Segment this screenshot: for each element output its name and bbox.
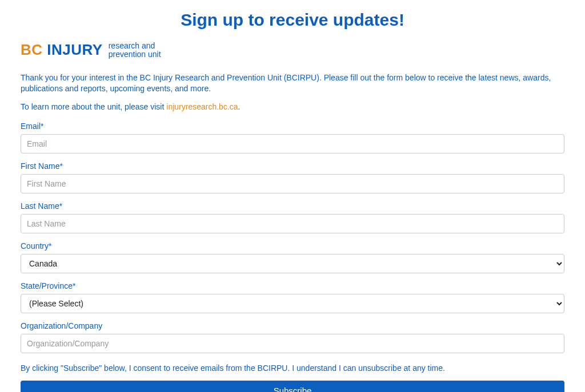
email-label: Email* <box>21 122 564 131</box>
organization-input[interactable] <box>21 334 564 353</box>
consent-text: By clicking "Subscribe" below, I consent… <box>21 363 564 373</box>
learn-more-prefix: To learn more about the unit, please vis… <box>21 102 166 111</box>
intro-text: Thank you for your interest in the BC In… <box>21 72 564 94</box>
logo-tagline-line2: prevention unit <box>109 50 161 59</box>
logo-wordmark: BC INJURY <box>21 41 103 59</box>
country-select[interactable]: Canada <box>21 254 564 273</box>
learn-more-suffix: . <box>238 102 241 111</box>
state-label: State/Province* <box>21 281 564 290</box>
page-title: Sign up to receive updates! <box>21 10 564 30</box>
logo-tagline-line1: research and <box>109 42 161 50</box>
learn-more-link[interactable]: injuryresearch.bc.ca <box>166 102 238 111</box>
email-input[interactable] <box>21 134 564 153</box>
logo-bc-text: BC <box>21 41 43 58</box>
logo-tagline: research and prevention unit <box>107 42 161 58</box>
logo-injury-text: INJURY <box>47 41 102 58</box>
state-select[interactable]: (Please Select) <box>21 294 564 313</box>
last-name-input[interactable] <box>21 214 564 233</box>
first-name-input[interactable] <box>21 174 564 193</box>
last-name-label: Last Name* <box>21 201 564 211</box>
first-name-label: First Name* <box>21 161 564 171</box>
learn-more-text: To learn more about the unit, please vis… <box>21 102 564 111</box>
organization-label: Organization/Company <box>21 321 564 330</box>
subscribe-button[interactable]: Subscribe <box>21 381 564 392</box>
country-label: Country* <box>21 241 564 250</box>
brand-logo: BC INJURY research and prevention unit <box>21 41 564 59</box>
